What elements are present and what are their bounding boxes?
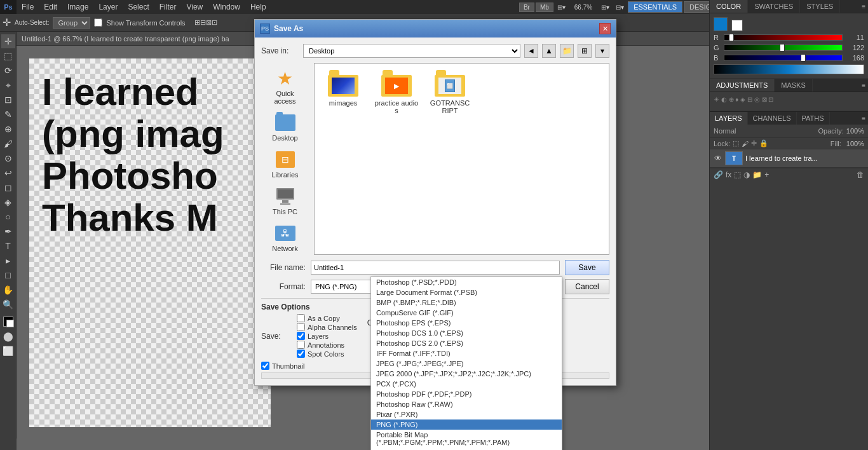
format-pcx[interactable]: PCX (*.PCX) bbox=[371, 379, 562, 389]
format-sct[interactable]: Scitex CT (*.SCT) bbox=[371, 447, 562, 450]
save-sub-row: Save: As a Copy Alpha Channels bbox=[261, 314, 357, 358]
spot-colors-label: Spot Colors bbox=[308, 350, 344, 358]
nav-libraries-label: Libraries bbox=[271, 171, 298, 179]
layers-check[interactable] bbox=[297, 332, 305, 340]
nav-desktop-label: Desktop bbox=[272, 134, 297, 142]
format-bmp[interactable]: BMP (*.BMP;*.RLE;*.DIB) bbox=[371, 297, 562, 308]
layers-row: Layers bbox=[297, 332, 357, 340]
quick-access-icon: ★ bbox=[275, 68, 295, 88]
dialog-content-area: ★ Quick access Desktop ⊟ bbox=[261, 63, 609, 255]
alpha-check[interactable] bbox=[297, 323, 305, 331]
thumbnail-label: Thumbnail bbox=[272, 362, 304, 370]
cancel-button[interactable]: Cancel bbox=[565, 279, 609, 294]
format-gif[interactable]: CompuServe GIF (*.GIF) bbox=[371, 308, 562, 318]
dialog-overlay: PS Save As ✕ Save in: Desktop ◄ ▲ 📁 ⊞ ▾ bbox=[0, 0, 868, 450]
practice-audios-label: practice audios bbox=[374, 99, 419, 114]
network-shape: 🖧 bbox=[275, 226, 295, 241]
format-raw[interactable]: Photoshop Raw (*.RAW) bbox=[371, 399, 562, 409]
monitor-stand bbox=[282, 200, 288, 203]
annotations-check[interactable] bbox=[297, 341, 305, 349]
vlc-thumb: ▶ bbox=[385, 78, 408, 94]
file-item-mimages[interactable]: mimages bbox=[321, 70, 365, 114]
folder-tab-2 bbox=[383, 70, 393, 76]
format-eps[interactable]: Photoshop EPS (*.EPS) bbox=[371, 318, 562, 328]
doc-preview: ⬜ bbox=[445, 79, 455, 92]
gotranscript-thumb: ⬜ bbox=[438, 78, 461, 94]
as-copy-check[interactable] bbox=[297, 314, 305, 322]
mimages-folder-icon bbox=[328, 70, 358, 97]
format-pbm[interactable]: Portable Bit Map (*.PBM;*.PGM;*.PPM;*.PN… bbox=[371, 430, 562, 447]
monitor-shape bbox=[276, 188, 294, 200]
file-item-gotranscript[interactable]: ⬜ GOTRANSCRIPT bbox=[428, 70, 472, 114]
save-in-row: Save in: Desktop ◄ ▲ 📁 ⊞ ▾ bbox=[261, 44, 609, 58]
pc-icon bbox=[275, 186, 295, 207]
nav-view-dropdown-btn[interactable]: ▾ bbox=[595, 44, 609, 58]
mimages-thumb bbox=[332, 78, 355, 94]
format-iff[interactable]: IFF Format (*.IFF;*.TDI) bbox=[371, 348, 562, 358]
libraries-icon: ⊟ bbox=[275, 149, 295, 170]
save-sublabel: Save: bbox=[261, 332, 293, 341]
format-jpg[interactable]: JPEG (*.JPG;*.JPEG;*.JPE) bbox=[371, 358, 562, 369]
nav-this-pc-label: This PC bbox=[273, 208, 297, 215]
file-browser[interactable]: mimages ▶ practice audios bbox=[314, 63, 609, 255]
format-psd[interactable]: Photoshop (*.PSD;*.PDD) bbox=[371, 277, 562, 287]
file-name-input[interactable] bbox=[311, 261, 560, 275]
format-dcs2[interactable]: Photoshop DCS 2.0 (*.EPS) bbox=[371, 338, 562, 348]
as-copy-label: As a Copy bbox=[308, 315, 340, 322]
nav-quick-access-label: Quick access bbox=[266, 90, 304, 105]
nav-back-btn[interactable]: ◄ bbox=[524, 44, 538, 58]
mimages-label: mimages bbox=[329, 99, 358, 107]
folder-tab bbox=[329, 70, 339, 76]
desktop-icon bbox=[275, 112, 295, 133]
save-options-title: Save Options bbox=[261, 303, 357, 311]
spot-colors-row: Spot Colors bbox=[297, 350, 357, 358]
as-copy-row: As a Copy bbox=[297, 314, 357, 322]
gotranscript-label: GOTRANSCRIPT bbox=[428, 99, 472, 114]
nav-this-pc[interactable]: This PC bbox=[264, 184, 307, 218]
desktop-folder-shape bbox=[275, 114, 295, 131]
libraries-symbol: ⊟ bbox=[281, 154, 289, 165]
save-checks: As a Copy Alpha Channels Layers bbox=[297, 314, 357, 358]
annotations-label: Annotations bbox=[308, 341, 344, 349]
gotranscript-folder-icon: ⬜ bbox=[435, 70, 465, 97]
save-button[interactable]: Save bbox=[565, 260, 609, 275]
dialog-app-icon: PS bbox=[260, 24, 270, 34]
file-name-row: File name: Save bbox=[261, 260, 609, 275]
spot-colors-check[interactable] bbox=[297, 350, 305, 358]
dialog-title: Save As bbox=[274, 24, 595, 33]
nav-quick-access[interactable]: ★ Quick access bbox=[264, 65, 307, 107]
monitor-base bbox=[280, 203, 290, 205]
nav-network[interactable]: 🖧 Network bbox=[264, 221, 307, 255]
practice-audios-folder-icon: ▶ bbox=[381, 70, 412, 97]
format-pdf[interactable]: Photoshop PDF (*.PDF;*.PDP) bbox=[371, 389, 562, 399]
libraries-shape: ⊟ bbox=[276, 151, 295, 168]
nav-view-btn[interactable]: ⊞ bbox=[578, 44, 592, 58]
nav-up-btn[interactable]: ▲ bbox=[542, 44, 556, 58]
format-label: Format: bbox=[261, 282, 306, 291]
format-dcs1[interactable]: Photoshop DCS 1.0 (*.EPS) bbox=[371, 328, 562, 338]
mimages-preview bbox=[332, 78, 355, 94]
network-icon: 🖧 bbox=[275, 223, 295, 243]
save-in-select[interactable]: Desktop bbox=[303, 44, 520, 58]
nav-libraries[interactable]: ⊟ Libraries bbox=[264, 147, 307, 181]
format-psb[interactable]: Large Document Format (*.PSB) bbox=[371, 287, 562, 297]
folder-tab-3 bbox=[436, 70, 446, 76]
nav-new-folder-btn[interactable]: 📁 bbox=[560, 44, 574, 58]
dialog-nav: ★ Quick access Desktop ⊟ bbox=[261, 63, 309, 255]
alpha-label: Alpha Channels bbox=[308, 324, 357, 331]
format-png[interactable]: PNG (*.PNG) bbox=[371, 419, 562, 430]
thumbnail-check[interactable] bbox=[261, 362, 269, 370]
format-pxr[interactable]: Pixar (*.PXR) bbox=[371, 409, 562, 419]
save-in-label: Save in: bbox=[261, 46, 299, 55]
file-item-practice-audios[interactable]: ▶ practice audios bbox=[374, 70, 419, 114]
format-dropdown[interactable]: Photoshop (*.PSD;*.PDD) Large Document F… bbox=[370, 276, 562, 450]
nav-desktop[interactable]: Desktop bbox=[264, 110, 307, 144]
format-jp2[interactable]: JPEG 2000 (*.JPF;*.JPX;*.JP2;*.J2C;*.J2K… bbox=[371, 369, 562, 379]
layers-check-label: Layers bbox=[308, 332, 329, 340]
nav-network-label: Network bbox=[272, 245, 297, 252]
dialog-close-btn[interactable]: ✕ bbox=[599, 23, 611, 34]
star-icon: ★ bbox=[277, 68, 293, 89]
annotations-row: Annotations bbox=[297, 341, 357, 349]
alpha-row: Alpha Channels bbox=[297, 323, 357, 331]
doc-icon: ⬜ bbox=[447, 83, 453, 89]
